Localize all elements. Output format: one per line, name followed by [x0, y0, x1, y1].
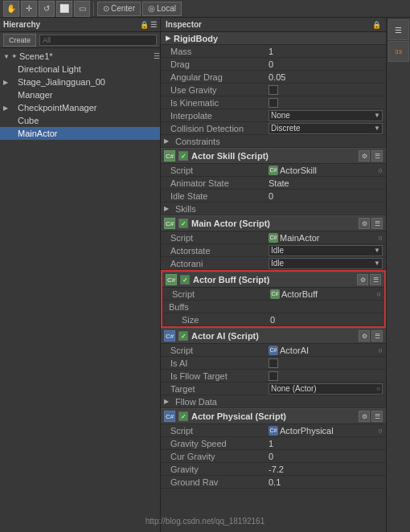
actor-physical-script-circle[interactable]: ○	[379, 427, 383, 435]
target-label: Target	[164, 384, 269, 394]
right-panel-icon2[interactable]: 33	[388, 41, 409, 62]
create-button[interactable]: Create	[3, 34, 36, 47]
actor-skill-script-value: C# ActorSkill ○	[269, 166, 383, 175]
actor-buff-header[interactable]: C# ✓ Actor Buff (Script) ⚙ ☰	[162, 272, 384, 288]
actorani-label: Actorani	[164, 259, 269, 268]
actor-ai-script-row: Script C# ActorAI ○	[161, 344, 386, 357]
rotate-icon[interactable]: ↺	[39, 1, 55, 17]
interpolate-label: Interpolate	[164, 111, 269, 121]
tree-item-scene1[interactable]: ▼ ✦ Scene1* ☰	[0, 50, 160, 63]
target-dropdown[interactable]: None (Actor) ○	[269, 383, 383, 395]
hierarchy-search-input[interactable]	[39, 35, 157, 46]
tree-item-manager[interactable]: Manager	[0, 88, 160, 101]
is-ai-label: Is AI	[164, 358, 269, 368]
is-fllow-target-checkbox[interactable]	[269, 371, 278, 381]
actor-skill-script-label: Script	[164, 166, 269, 175]
actor-buff-script-name: ActorBuff	[281, 289, 318, 299]
hand-icon[interactable]: ✋	[3, 1, 19, 17]
actorani-dropdown[interactable]: Idle ▼	[269, 258, 383, 269]
hierarchy-toolbar: Create	[0, 32, 160, 48]
actor-physical-title: Actor Physical (Script)	[191, 411, 355, 421]
tree-item-manager-label: Manager	[18, 90, 52, 100]
tree-item-dir-light[interactable]: Directional Light	[0, 63, 160, 76]
collision-detection-dropdown[interactable]: Discrete ▼	[269, 123, 383, 134]
tree-item-cube[interactable]: Cube	[0, 114, 160, 127]
tree-item-stage-label: Stage_Jialingguan_00	[18, 77, 105, 87]
main-actor-header[interactable]: C# ✓ Main Actor (Script) ⚙ ☰	[161, 215, 386, 231]
skills-arrow-icon: ▶	[164, 205, 169, 212]
angular-drag-row: Angular Drag 0.05	[161, 71, 386, 84]
actorstate-row: Actorstate Idle ▼	[161, 244, 386, 257]
actor-ai-script-circle[interactable]: ○	[379, 346, 383, 354]
actor-physical-script-icon: C#	[269, 426, 278, 436]
tree-item-stage[interactable]: ▶ Stage_Jialingguan_00	[0, 76, 160, 88]
actor-ai-header[interactable]: C# ✓ Actor AI (Script) ⚙ ☰	[161, 328, 386, 344]
buffs-size-row: Size 0	[162, 313, 384, 326]
constraints-arrow-icon: ▶	[164, 137, 169, 145]
actor-physical-settings-icon[interactable]: ⚙	[359, 411, 370, 422]
tree-item-checkpoint[interactable]: ▶ CheckpointManager	[0, 101, 160, 114]
inspector-title: Inspector	[166, 20, 202, 29]
fllow-data-label: Fllow Data	[172, 397, 217, 407]
tree-item-dir-light-label: Directional Light	[18, 64, 81, 74]
actor-buff-script-circle[interactable]: ○	[377, 290, 381, 298]
move-icon[interactable]: ✛	[21, 1, 37, 17]
main-actor-component-icon: C#	[164, 218, 175, 229]
actor-skill-more-icon[interactable]: ☰	[371, 150, 383, 162]
right-panel-icon1[interactable]: ☰	[388, 19, 409, 40]
actor-skill-script-name: ActorSkill	[280, 166, 317, 175]
actor-physical-header[interactable]: C# ✓ Actor Physical (Script) ⚙ ☰	[161, 408, 386, 424]
idle-state-value: 0	[269, 191, 383, 201]
constraints-row[interactable]: ▶ Constraints	[161, 135, 386, 148]
hierarchy-header-icons: 🔒 ☰	[140, 21, 157, 29]
actor-ai-more-icon[interactable]: ☰	[371, 330, 383, 342]
buffs-size-value: 0	[270, 315, 381, 325]
inspector-lock-icon[interactable]: 🔒	[372, 21, 381, 29]
constraints-label: Constraints	[172, 137, 220, 146]
actor-physical-script-label: Script	[164, 426, 269, 436]
actor-physical-more-icon[interactable]: ☰	[371, 411, 383, 422]
actorstate-dropdown[interactable]: Idle ▼	[269, 245, 383, 256]
mass-label: Mass	[164, 47, 269, 56]
use-gravity-checkbox[interactable]	[269, 85, 278, 95]
ground-rav-row: Ground Rav 0.1	[161, 476, 386, 489]
scale-icon[interactable]: ⬜	[56, 1, 72, 17]
actor-buff-check[interactable]: ✓	[180, 275, 190, 284]
gravity-value: -7.2	[269, 464, 383, 474]
interpolate-dropdown[interactable]: None ▼	[269, 110, 383, 121]
is-fllow-target-label: Is Fllow Target	[164, 371, 269, 381]
fllow-data-row[interactable]: ▶ Fllow Data	[161, 395, 386, 408]
actor-buff-more-icon[interactable]: ☰	[370, 274, 381, 285]
mass-value: 1	[269, 47, 383, 56]
actor-ai-script-label: Script	[164, 346, 269, 355]
actor-skill-header[interactable]: C# ✓ Actor Skill (Script) ⚙ ☰	[161, 148, 386, 164]
actor-ai-script-icon: C#	[269, 346, 278, 355]
rect-icon[interactable]: ▭	[74, 1, 90, 17]
local-button[interactable]: ◎ Local	[142, 2, 182, 16]
actor-ai-check[interactable]: ✓	[178, 331, 188, 341]
tree-item-mainactor[interactable]: MainActor	[0, 127, 160, 140]
inspector-panel: Inspector 🔒 ▶ RigidBody Mass 1 Drag 0 An…	[161, 18, 386, 532]
is-ai-checkbox[interactable]	[269, 358, 278, 368]
is-kinematic-checkbox[interactable]	[269, 98, 278, 108]
actor-physical-check[interactable]: ✓	[178, 411, 188, 421]
actor-skill-script-circle[interactable]: ○	[379, 166, 383, 174]
actor-ai-actions: ⚙ ☰	[359, 330, 383, 342]
hierarchy-menu-icon[interactable]: ☰	[150, 21, 157, 29]
actor-ai-settings-icon[interactable]: ⚙	[359, 330, 370, 342]
actor-buff-script-row: Script C# ActorBuff ○	[162, 288, 384, 301]
main-actor-more-icon[interactable]: ☰	[371, 218, 383, 229]
actor-ai-title: Actor AI (Script)	[191, 331, 355, 341]
actor-skill-check[interactable]: ✓	[178, 151, 188, 161]
actor-buff-settings-icon[interactable]: ⚙	[357, 274, 368, 285]
tree-item-cube-label: Cube	[18, 116, 39, 125]
center-button[interactable]: ⊙ Center	[97, 2, 141, 16]
actor-skill-settings-icon[interactable]: ⚙	[359, 150, 370, 162]
main-actor-check[interactable]: ✓	[178, 219, 188, 228]
main-actor-script-circle[interactable]: ○	[379, 234, 383, 242]
actor-physical-component-icon: C#	[164, 411, 175, 422]
main-actor-settings-icon[interactable]: ⚙	[359, 218, 370, 229]
skills-row[interactable]: ▶ Skills	[161, 203, 386, 215]
actor-skill-actions: ⚙ ☰	[359, 150, 383, 162]
hierarchy-lock-icon[interactable]: 🔒	[140, 21, 149, 29]
